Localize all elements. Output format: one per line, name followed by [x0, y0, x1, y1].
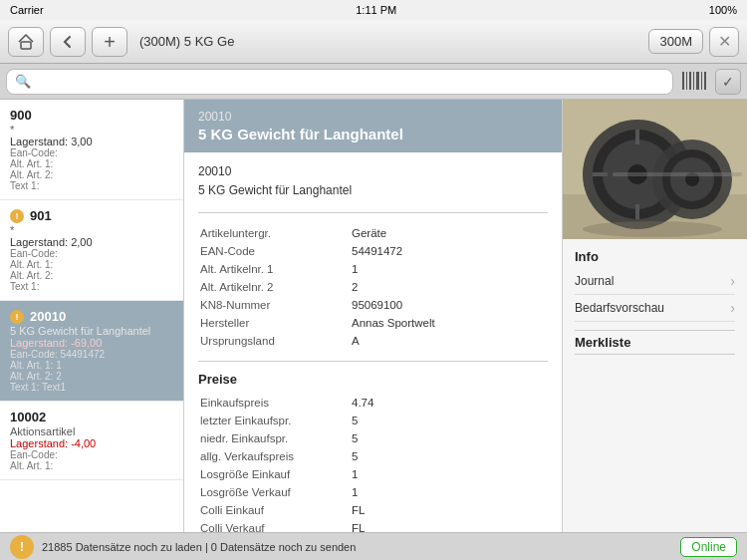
svg-rect-1 — [682, 72, 684, 90]
merkliste-title: Merkliste — [575, 335, 735, 350]
item-meta: Text 1: Text1 — [10, 382, 173, 393]
price-label: Losgröße Einkauf — [200, 466, 350, 482]
detail-table: Artikeluntergr.Geräte EAN-Code54491472 A… — [198, 223, 548, 351]
item-meta: Alt. Art. 2: 2 — [10, 371, 173, 382]
attr-value: Annas Sportwelt — [352, 315, 546, 331]
svg-rect-4 — [693, 72, 694, 90]
center-header: 20010 5 KG Gewicht für Langhantel — [184, 100, 562, 152]
center-panel: 20010 5 KG Gewicht für Langhantel 20010 … — [184, 100, 563, 532]
price-value: 1 — [352, 466, 546, 482]
price-label: allg. Verkaufspreis — [200, 448, 350, 464]
svg-rect-2 — [686, 72, 687, 90]
svg-rect-7 — [704, 72, 706, 90]
toolbar-badge: 300M — [648, 29, 703, 54]
item-meta: Alt. Art. 1: — [10, 259, 173, 270]
attr-label: Ursprungsland — [200, 333, 350, 349]
attr-label: EAN-Code — [200, 243, 350, 259]
price-value: 5 — [352, 413, 546, 428]
item-meta: Text 1: — [10, 281, 173, 292]
toolbar-right: 300M ✕ — [648, 27, 739, 57]
attr-label: Hersteller — [200, 315, 350, 331]
price-label: Colli Einkauf — [200, 502, 350, 518]
search-input-wrap[interactable]: 🔍 — [6, 69, 673, 95]
bedarfsvorschau-item[interactable]: Bedarfsvorschau › — [575, 295, 735, 322]
journal-label: Journal — [575, 274, 614, 288]
chevron-right-icon: › — [730, 300, 735, 316]
item-title: 20010 — [30, 309, 66, 324]
item-meta: Ean-Code: — [10, 449, 173, 460]
journal-item[interactable]: Journal › — [575, 268, 735, 295]
home-button[interactable] — [8, 27, 44, 57]
item-stock: Lagerstand: -4,00 — [10, 437, 173, 449]
barcode-button[interactable] — [679, 69, 709, 95]
item-title: 900 — [10, 108, 173, 123]
price-value: FL — [352, 502, 546, 518]
merkliste-divider — [575, 354, 735, 355]
carrier-label: Carrier — [10, 4, 44, 16]
detail-intro: 20010 5 KG Gewicht für Langhantel — [198, 162, 548, 200]
chevron-right-icon: › — [730, 273, 735, 289]
item-meta: Alt. Art. 1: 1 — [10, 360, 173, 371]
item-subtitle: * — [10, 124, 173, 136]
status-text: 21885 Datensätze noch zu laden | 0 Daten… — [42, 541, 356, 553]
price-label: letzter Einkaufspr. — [200, 413, 350, 428]
price-value: 5 — [352, 448, 546, 464]
item-subtitle: * — [10, 224, 173, 236]
battery-label: 100% — [709, 4, 737, 16]
attr-value: A — [352, 333, 546, 349]
svg-rect-6 — [701, 72, 702, 90]
status-bar: Carrier 1:11 PM 100% — [0, 0, 747, 20]
item-stock: Lagerstand: -69,00 — [10, 337, 173, 349]
right-panel: Info Journal › Bedarfsvorschau › Merklis… — [563, 100, 747, 532]
svg-rect-3 — [689, 72, 691, 90]
price-label: Einkaufspreis — [200, 395, 350, 411]
svg-rect-22 — [613, 172, 742, 176]
attr-value: 1 — [352, 261, 546, 277]
attr-label: Alt. Artikelnr. 1 — [200, 261, 350, 277]
item-meta: Alt. Art. 1: — [10, 158, 173, 169]
item-meta: Ean-Code: 54491472 — [10, 349, 173, 360]
list-item[interactable]: 900 * Lagerstand: 3,00 Ean-Code: Alt. Ar… — [0, 100, 183, 200]
price-value: 1 — [352, 484, 546, 500]
warning-icon — [10, 310, 24, 324]
attr-value: 2 — [352, 279, 546, 295]
search-icon: 🔍 — [15, 74, 31, 89]
close-button[interactable]: ✕ — [709, 27, 739, 57]
item-stock: Lagerstand: 3,00 — [10, 136, 173, 147]
online-button[interactable]: Online — [680, 537, 737, 557]
svg-point-23 — [583, 221, 722, 237]
attr-value: 95069100 — [352, 297, 546, 313]
bedarfsvorschau-label: Bedarfsvorschau — [575, 301, 664, 315]
search-bar: 🔍 ✓ — [0, 64, 747, 100]
price-label: Losgröße Verkauf — [200, 484, 350, 500]
add-button[interactable]: + — [92, 27, 127, 57]
item-meta: Text 1: — [10, 180, 173, 191]
section-title-preise: Preise — [198, 372, 548, 387]
item-meta: Alt. Art. 2: — [10, 169, 173, 180]
attr-label: Artikeluntergr. — [200, 225, 350, 241]
item-meta: Ean-Code: — [10, 248, 173, 259]
list-item[interactable]: 901 * Lagerstand: 2,00 Ean-Code: Alt. Ar… — [0, 200, 183, 301]
price-value: FL — [352, 520, 546, 532]
list-item[interactable]: 20010 5 KG Gewicht für Langhantel Lagers… — [0, 301, 183, 402]
right-info: Info Journal › Bedarfsvorschau › Merklis… — [563, 239, 747, 365]
item-title: 10002 — [10, 410, 173, 424]
list-item[interactable]: 10002 Aktionsartikel Lagerstand: -4,00 E… — [0, 402, 183, 480]
warning-icon — [10, 209, 24, 223]
attr-label: KN8-Nummer — [200, 297, 350, 313]
bottom-bar: ! 21885 Datensätze noch zu laden | 0 Dat… — [0, 532, 747, 560]
attr-label: Alt. Artikelnr. 2 — [200, 279, 350, 295]
attr-value: Geräte — [352, 225, 546, 241]
time-label: 1:11 PM — [356, 4, 396, 16]
toolbar: + (300M) 5 KG Ge 300M ✕ — [0, 20, 747, 64]
toolbar-title: (300M) 5 KG Ge — [133, 34, 642, 49]
confirm-button[interactable]: ✓ — [715, 69, 741, 95]
item-meta: Ean-Code: — [10, 147, 173, 158]
intro-line1: 20010 — [198, 162, 548, 181]
svg-rect-5 — [696, 72, 699, 90]
item-title: 901 — [30, 208, 52, 223]
back-button[interactable] — [50, 27, 86, 57]
price-value: 5 — [352, 430, 546, 446]
info-section-title: Info — [575, 249, 735, 264]
section-divider — [198, 361, 548, 362]
